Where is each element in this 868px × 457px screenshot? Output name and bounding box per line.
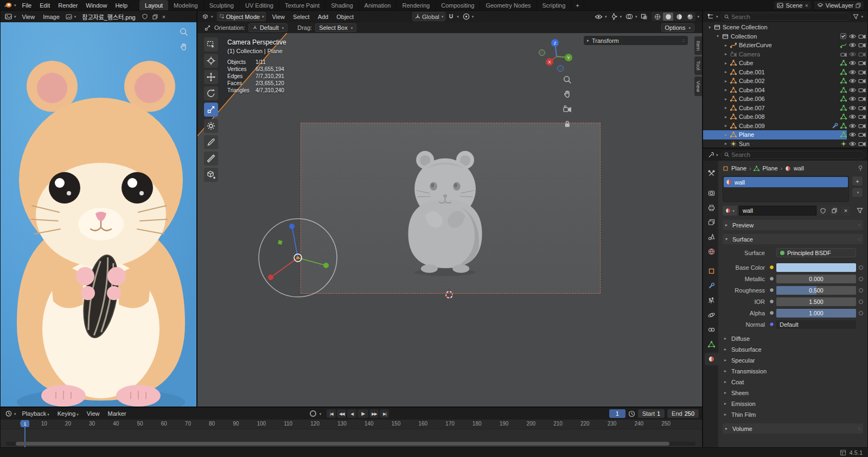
start-frame-field[interactable]: Start1: [638, 409, 665, 418]
sidebar-tab-item[interactable]: Item: [694, 36, 702, 55]
panel-surface[interactable]: ▾ Surface ::::: [723, 234, 863, 244]
editor-type-button[interactable]: ▾: [706, 150, 720, 160]
workspace-tab-modeling[interactable]: Modeling: [168, 0, 204, 10]
panel-grip[interactable]: ::::: [682, 38, 685, 43]
keyframe-dot[interactable]: [859, 288, 863, 293]
subpanel-diffuse[interactable]: ▸Diffuse: [723, 333, 863, 344]
browse-material-button[interactable]: ▾: [723, 206, 737, 215]
transform-panel-collapsed[interactable]: ▸ Transform ::::: [584, 36, 688, 45]
workspace-tab-shading[interactable]: Shading: [326, 0, 359, 10]
shading-rendered-button[interactable]: [685, 12, 695, 21]
filter-button[interactable]: ▾: [851, 12, 865, 21]
tab-constraints[interactable]: [705, 323, 718, 336]
tool-annotate[interactable]: [204, 135, 218, 149]
outliner-row-camera[interactable]: ▸Camera: [703, 50, 867, 59]
fake-user-shield-icon[interactable]: [818, 206, 828, 215]
tool-measure[interactable]: [204, 151, 218, 166]
breadcrumb-data[interactable]: Plane: [762, 165, 777, 172]
outliner-row-cube-008[interactable]: ▸Cube.008: [703, 112, 867, 122]
reference-image[interactable]: [1, 22, 196, 407]
disclosure-icon[interactable]: ▾: [706, 25, 713, 30]
keyframe-dot[interactable]: [859, 277, 863, 281]
navigation-gizmo[interactable]: Z Y X: [538, 37, 576, 75]
hide-in-viewport-icon[interactable]: [848, 69, 857, 75]
subpanel-subsurface[interactable]: ▸Subsurface: [723, 344, 863, 354]
unlink-material-icon[interactable]: ×: [841, 206, 851, 215]
tool-move[interactable]: [204, 70, 218, 84]
tab-render[interactable]: [705, 187, 718, 199]
roughness-slider[interactable]: 0.500: [776, 286, 856, 295]
lock-view-icon[interactable]: [562, 118, 572, 129]
menu-keying[interactable]: Keying▾: [54, 410, 82, 417]
editor-type-button[interactable]: ▾: [3, 12, 18, 21]
disclosure-icon[interactable]: ▸: [723, 123, 729, 128]
outliner-row-cube-006[interactable]: ▸Cube.006: [703, 94, 867, 104]
proportional-editing-toggle[interactable]: ▾: [461, 12, 476, 21]
breadcrumb-object[interactable]: Plane: [731, 165, 746, 172]
outliner-row-sun[interactable]: ▸Sun: [703, 139, 867, 148]
filter-funnel-icon[interactable]: [857, 207, 863, 214]
hide-in-viewport-icon[interactable]: [848, 78, 857, 84]
snap-toggle[interactable]: ▾: [446, 12, 461, 21]
timeline-scrollbar[interactable]: [6, 442, 695, 446]
disable-in-renders-icon[interactable]: [857, 78, 866, 84]
disable-in-renders-icon[interactable]: [857, 34, 866, 39]
base-color-swatch[interactable]: [776, 263, 856, 272]
menu-object[interactable]: Object: [333, 13, 358, 21]
hide-in-viewport-icon[interactable]: [848, 52, 857, 57]
properties-search-input[interactable]: [731, 151, 861, 158]
gizmos-toggle[interactable]: ▾: [609, 12, 623, 21]
tool-transform[interactable]: [204, 119, 218, 133]
subpanel-specular[interactable]: ▸Specular: [723, 355, 863, 365]
overlays-toggle[interactable]: ▾: [624, 12, 639, 21]
previous-keyframe-button[interactable]: ◀◀: [337, 409, 346, 418]
disclosure-icon[interactable]: ▾: [714, 34, 721, 39]
input-socket-icon[interactable]: [769, 322, 774, 327]
pin-icon[interactable]: [858, 165, 863, 172]
new-image-icon[interactable]: [150, 12, 160, 22]
jump-to-start-button[interactable]: |◀: [327, 409, 336, 418]
menu-view[interactable]: View: [268, 13, 289, 21]
outliner-row-cube-009[interactable]: ▸Cube.009: [703, 122, 867, 131]
tool-scale[interactable]: [204, 103, 218, 117]
shading-solid-button[interactable]: [663, 12, 673, 21]
blender-menu-button[interactable]: ▾: [2, 1, 18, 10]
viewport-canvas[interactable]: Camera Perspective (1) Collection | Plan…: [197, 33, 702, 407]
current-frame-field[interactable]: 1: [609, 409, 626, 418]
workspace-tab-rendering[interactable]: Rendering: [397, 0, 436, 10]
input-socket-icon[interactable]: [769, 265, 774, 270]
menu-file[interactable]: File: [18, 2, 36, 9]
outliner-row-cube-001[interactable]: ▸Cube.001: [703, 68, 867, 77]
show-object-types-button[interactable]: ▾: [593, 12, 609, 21]
disable-in-renders-icon[interactable]: [857, 105, 866, 111]
material-slot-list[interactable]: wall: [723, 176, 849, 202]
play-reverse-button[interactable]: ◀: [347, 409, 356, 418]
tab-object[interactable]: [705, 265, 718, 277]
workspace-tab-scripting[interactable]: Scripting: [537, 0, 572, 10]
tab-physics[interactable]: [705, 309, 718, 321]
workspace-tab-texture-paint[interactable]: Texture Paint: [279, 0, 326, 10]
menu-add[interactable]: Add: [314, 13, 333, 21]
panel-preview[interactable]: ▸ Preview ::::: [723, 220, 863, 230]
disclosure-icon[interactable]: ▸: [723, 97, 729, 101]
view-layer-selector[interactable]: ViewLayer: [814, 1, 864, 9]
material-slot-wall[interactable]: wall: [724, 177, 848, 187]
unlink-scene-icon[interactable]: ×: [805, 2, 808, 9]
tab-world[interactable]: [705, 245, 718, 258]
tab-tool[interactable]: [705, 167, 718, 180]
disable-in-renders-icon[interactable]: [857, 141, 866, 147]
workspace-tab-layout[interactable]: Layout: [139, 0, 168, 10]
mode-selector[interactable]: Object Mode ▾: [217, 12, 266, 21]
hide-in-viewport-icon[interactable]: [848, 132, 857, 137]
hide-in-viewport-icon[interactable]: [848, 34, 857, 39]
input-socket-icon[interactable]: [769, 299, 774, 304]
unlink-image-icon[interactable]: ×: [161, 14, 167, 20]
ior-field[interactable]: 1.500: [776, 297, 856, 306]
scrollbar-thumb[interactable]: [16, 442, 669, 446]
material-name-field[interactable]: wall: [739, 206, 816, 215]
disclosure-icon[interactable]: ▸: [723, 61, 729, 66]
browse-image-button[interactable]: ▾: [64, 12, 78, 21]
new-material-icon[interactable]: [829, 206, 839, 215]
menu-render[interactable]: Render: [54, 2, 81, 9]
hide-in-viewport-icon[interactable]: [848, 96, 857, 101]
